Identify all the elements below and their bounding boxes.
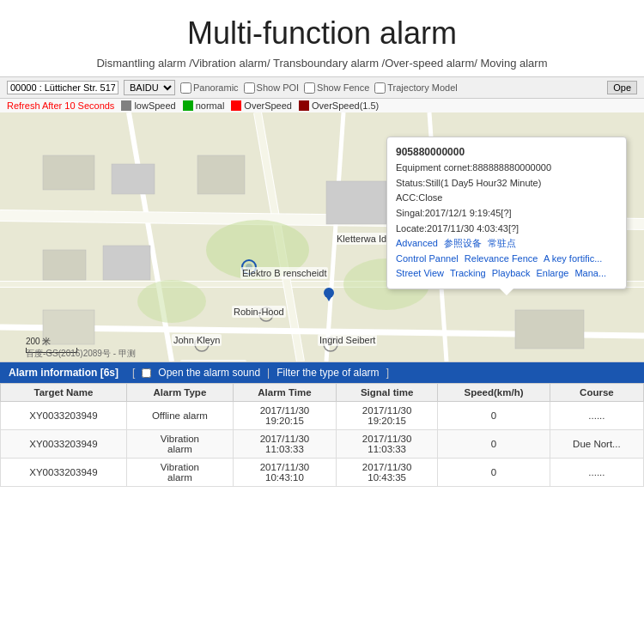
svg-rect-14: [43, 155, 94, 190]
relevance-fence-link[interactable]: Relevance Fence: [465, 253, 538, 264]
svg-rect-20: [43, 250, 86, 280]
table-header-row: Target Name Alarm Type Alarm Time Signal…: [1, 384, 644, 402]
svg-rect-21: [103, 246, 150, 280]
key-fortify-link[interactable]: A key fortific...: [544, 253, 602, 264]
popup-links-row3: Street View Tracking Playback Enlarge Ma…: [396, 266, 617, 282]
place-john: John Kleyn: [172, 334, 222, 346]
lowspeed-color-box: [121, 100, 131, 111]
svg-rect-25: [515, 310, 584, 349]
normal-color-box: [183, 100, 193, 111]
alarm-filter-label: Filter the type of alarm: [276, 367, 379, 379]
speed-legend: Refresh After 10 Seconds lowSpeed normal…: [0, 99, 644, 112]
control-pannel-link[interactable]: Control Pannel: [396, 253, 459, 264]
alarm-sound-checkbox[interactable]: [142, 368, 151, 378]
map-toolbar: BAIDU Panoramic Show POI Show Fence Traj…: [0, 76, 644, 99]
legend-overspeed15: OverSpeed(1.5): [299, 100, 379, 111]
popup-links-row2: Control Pannel Relevance Fence A key for…: [396, 252, 617, 267]
table-row: XY0033203949Vibration alarm2017/11/30 11…: [1, 430, 644, 459]
place-famibi: Famibi Service: [180, 360, 246, 361]
popup-equipment: Equipment cornet:888888880000000: [396, 161, 617, 176]
col-speed: Speed(km/h): [438, 384, 550, 402]
map-container[interactable]: Kletterwa Id Aachen Elektro B renscheidt…: [0, 112, 644, 361]
alarm-title: Alarm information [6s]: [9, 367, 118, 379]
popup-signal: Singal:2017/12/1 9:19:45[?]: [396, 206, 617, 222]
popup-status: Status:Still(1 Day5 Hour32 Minute): [396, 176, 617, 191]
enlarge-link[interactable]: Enlarge: [536, 268, 568, 278]
show-fence-checkbox[interactable]: Show Fence: [304, 82, 369, 94]
map-select[interactable]: BAIDU: [124, 80, 175, 95]
popup-locate: Locate:2017/11/30 4:03:43[?]: [396, 222, 617, 237]
playback-link[interactable]: Playback: [492, 268, 531, 278]
svg-rect-15: [112, 164, 155, 194]
alarm-sound-label: Open the alarm sound: [158, 367, 260, 379]
tracking-link[interactable]: Tracking: [450, 268, 486, 278]
col-signal-time: Signal time: [336, 384, 437, 402]
place-ingrid: Ingrid Seibert: [318, 334, 377, 346]
popup-device-id: 905880000000: [396, 144, 617, 161]
legend-normal: normal: [183, 100, 225, 111]
svg-rect-16: [197, 155, 245, 194]
page-title: Multi-function alarm: [17, 15, 627, 52]
overspeed15-color-box: [299, 100, 309, 111]
col-alarm-type: Alarm Type: [126, 384, 233, 402]
reference-device-link[interactable]: 参照设备: [444, 238, 482, 248]
baidu-credit: 百度-GS(2016)2089号 - 甲测: [26, 348, 136, 360]
col-target-name: Target Name: [1, 384, 127, 402]
panoramic-checkbox[interactable]: Panoramic: [180, 82, 239, 94]
svg-rect-17: [326, 181, 386, 224]
advanced-link[interactable]: Advanced: [396, 238, 438, 248]
alarm-table: Target Name Alarm Type Alarm Time Signal…: [0, 383, 644, 487]
page-header: Multi-function alarm Dismantling alarm /…: [0, 0, 644, 76]
mana-link[interactable]: Mana...: [574, 268, 606, 278]
open-button[interactable]: Ope: [607, 81, 637, 94]
address-input[interactable]: [7, 81, 118, 94]
overspeed-color-box: [231, 100, 241, 111]
place-elektro: Elektro B renscheidt: [240, 267, 328, 279]
table-row: XY0033203949Vibration alarm2017/11/30 10…: [1, 459, 644, 487]
page-subtitle: Dismantling alarm /Vibration alarm/ Tran…: [17, 57, 627, 70]
col-alarm-time: Alarm Time: [233, 384, 336, 402]
place-robin: Robin-Hood: [232, 306, 286, 318]
legend-overspeed: OverSpeed: [231, 100, 292, 111]
alarm-section: Alarm information [6s] [ Open the alarm …: [0, 361, 644, 487]
legend-lowspeed: lowSpeed: [121, 100, 175, 111]
table-row: XY0033203949Offline alarm2017/11/30 19:2…: [1, 402, 644, 430]
popup-links-row1: Advanced 参照设备 常驻点: [396, 236, 617, 252]
street-view-link[interactable]: Street View: [396, 268, 444, 278]
svg-point-12: [137, 280, 206, 323]
show-poi-checkbox[interactable]: Show POI: [244, 82, 300, 94]
col-course: Course: [550, 384, 643, 402]
trajectory-checkbox[interactable]: Trajectory Model: [374, 82, 458, 94]
popup-acc: ACC:Close: [396, 191, 617, 206]
map-popup: 905880000000 Equipment cornet:8888888800…: [386, 137, 627, 289]
alarm-header: Alarm information [6s] [ Open the alarm …: [0, 362, 644, 383]
resident-point-link[interactable]: 常驻点: [488, 238, 516, 248]
